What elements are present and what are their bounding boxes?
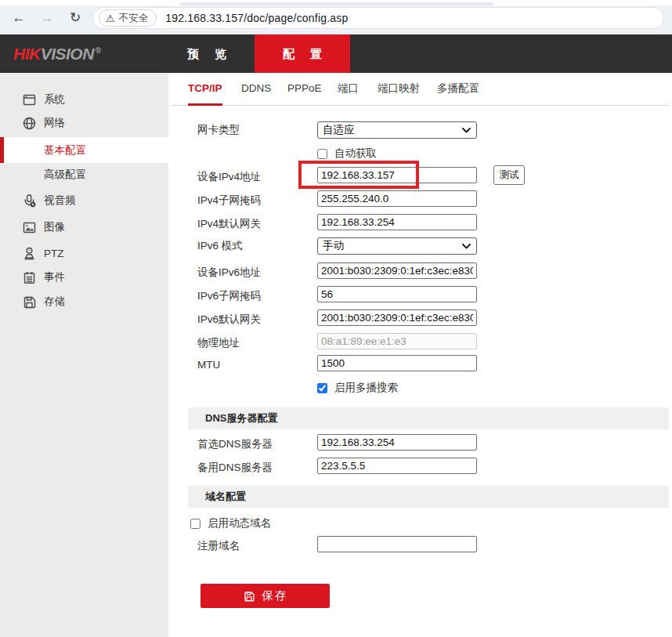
- auto-obtain-label: 自动获取: [334, 147, 377, 161]
- sidebar-item-label: 系统: [44, 92, 65, 107]
- ipv6-address-label: 设备IPv6地址: [197, 262, 261, 279]
- network-tabbar: TCP/IP DDNS PPPoE 端口 端口映射 多播配置: [172, 78, 669, 106]
- test-button[interactable]: 测试: [493, 165, 525, 185]
- sidebar-item-video-audio[interactable]: 视音频: [0, 189, 168, 212]
- system-window-icon: [22, 92, 37, 107]
- microphone-icon: [22, 194, 37, 208]
- save-button[interactable]: 保存: [201, 584, 330, 608]
- ipv4-mask-label: IPv4子网掩码: [197, 190, 261, 207]
- mtu-label: MTU: [197, 355, 220, 371]
- dynamic-domain-checkbox[interactable]: [190, 519, 201, 529]
- mac-address-input: [317, 333, 477, 349]
- primary-dns-label: 首选DNS服务器: [197, 434, 273, 451]
- mac-address-label: 物理地址: [197, 333, 240, 349]
- ipv6-gateway-label: IPv6默认网关: [197, 309, 261, 326]
- logo-hik: HIK: [13, 45, 41, 63]
- event-notepad-icon: [22, 270, 37, 285]
- nic-type-select[interactable]: 自适应: [317, 121, 477, 139]
- nav-config[interactable]: 配 置: [255, 34, 350, 73]
- secondary-dns-label: 备用DNS服务器: [197, 458, 273, 474]
- sidebar: 系统 网络 基本配置 高级配置 视音频 图像 PTZ 事件: [0, 73, 168, 637]
- address-bar[interactable]: ⚠ 不安全 192.168.33.157/doc/page/config.asp: [92, 7, 664, 29]
- tab-ddns[interactable]: DDNS: [241, 78, 271, 106]
- domain-section-header: 域名配置: [188, 486, 669, 508]
- tab-tcpip[interactable]: TCP/IP: [188, 78, 222, 106]
- logo-vision: VISION: [41, 45, 94, 63]
- config-content: TCP/IP DDNS PPPoE 端口 端口映射 多播配置 网卡类型 自适应 …: [168, 73, 672, 637]
- multicast-search-row: 启用多播搜索: [317, 381, 398, 395]
- ipv6-mask-input[interactable]: [317, 286, 477, 302]
- dynamic-domain-label: 启用动态域名: [208, 516, 271, 530]
- dns-section-header: DNS服务器配置: [188, 407, 669, 429]
- ipv6-mode-value: 手动: [323, 240, 344, 252]
- mtu-input[interactable]: [317, 355, 477, 371]
- save-button-label: 保存: [262, 588, 288, 603]
- globe-icon: [22, 116, 37, 131]
- browser-tab-strip: [0, 0, 672, 5]
- sidebar-item-label: PTZ: [44, 248, 64, 259]
- storage-floppy-icon: [22, 295, 37, 309]
- sidebar-item-label: 视音频: [44, 194, 76, 208]
- ipv6-address-input[interactable]: [317, 262, 477, 279]
- sidebar-item-network[interactable]: 网络: [0, 111, 168, 135]
- ipv4-gateway-input[interactable]: [317, 214, 477, 230]
- sidebar-item-image[interactable]: 图像: [0, 215, 168, 239]
- sidebar-item-basic-config[interactable]: 基本配置: [0, 137, 168, 163]
- url-text: 192.168.33.157/doc/page/config.asp: [165, 12, 348, 24]
- sidebar-subitem-label: 基本配置: [44, 143, 86, 157]
- app-header: HIKVISION® 预 览 配 置: [0, 34, 672, 73]
- ipv4-address-input[interactable]: [317, 167, 477, 183]
- tab-port-mapping[interactable]: 端口映射: [378, 78, 420, 106]
- sidebar-item-label: 网络: [44, 116, 65, 130]
- browser-toolbar: ← → ↻ ⚠ 不安全 192.168.33.157/doc/page/conf…: [0, 0, 672, 34]
- save-floppy-icon: [243, 590, 255, 603]
- security-chip[interactable]: ⚠ 不安全: [99, 9, 157, 27]
- dynamic-domain-row: 启用动态域名: [190, 516, 271, 530]
- register-domain-label: 注册域名: [197, 536, 240, 552]
- ipv4-gateway-label: IPv4默认网关: [197, 214, 261, 230]
- ipv4-address-label: 设备IPv4地址: [197, 167, 261, 183]
- tab-pppoe[interactable]: PPPoE: [287, 78, 322, 106]
- nic-type-value: 自适应: [323, 124, 355, 136]
- ipv6-mask-label: IPv6子网掩码: [197, 286, 261, 302]
- warning-icon: ⚠: [106, 13, 115, 24]
- back-icon[interactable]: ←: [9, 9, 28, 27]
- sidebar-item-label: 图像: [44, 220, 65, 234]
- forward-icon[interactable]: →: [38, 9, 56, 27]
- chevron-down-icon: [462, 128, 471, 133]
- sidebar-subitem-label: 高级配置: [44, 168, 86, 182]
- ipv4-mask-input[interactable]: [317, 190, 477, 207]
- ipv6-mode-label: IPv6 模式: [197, 237, 243, 254]
- primary-dns-input[interactable]: [317, 434, 477, 451]
- security-label: 不安全: [119, 12, 149, 25]
- secondary-dns-input[interactable]: [317, 458, 477, 474]
- joystick-icon: [22, 246, 37, 261]
- sidebar-item-storage[interactable]: 存储: [0, 290, 168, 313]
- ipv6-mode-select[interactable]: 手动: [317, 237, 477, 255]
- sidebar-item-ptz[interactable]: PTZ: [0, 241, 168, 265]
- chevron-down-icon: [462, 244, 471, 249]
- hikvision-logo: HIKVISION®: [13, 45, 101, 63]
- image-icon: [22, 220, 37, 235]
- register-domain-input[interactable]: [317, 536, 477, 552]
- nav-preview[interactable]: 预 览: [159, 34, 255, 73]
- sidebar-item-system[interactable]: 系统: [0, 88, 168, 111]
- auto-obtain-checkbox[interactable]: [317, 149, 327, 159]
- tab-port[interactable]: 端口: [338, 78, 359, 106]
- multicast-search-label: 启用多播搜索: [334, 381, 398, 395]
- tab-multicast[interactable]: 多播配置: [437, 78, 479, 106]
- multicast-search-checkbox[interactable]: [317, 383, 327, 393]
- sidebar-item-label: 事件: [44, 270, 65, 284]
- logo-registered-mark: ®: [96, 46, 101, 55]
- ipv6-gateway-input[interactable]: [317, 309, 477, 326]
- sidebar-item-advanced-config[interactable]: 高级配置: [0, 161, 168, 187]
- nic-type-label: 网卡类型: [197, 121, 240, 138]
- auto-obtain-row: 自动获取: [317, 147, 377, 161]
- sidebar-item-label: 存储: [44, 295, 65, 309]
- sidebar-item-event[interactable]: 事件: [0, 266, 168, 289]
- refresh-icon[interactable]: ↻: [66, 9, 85, 27]
